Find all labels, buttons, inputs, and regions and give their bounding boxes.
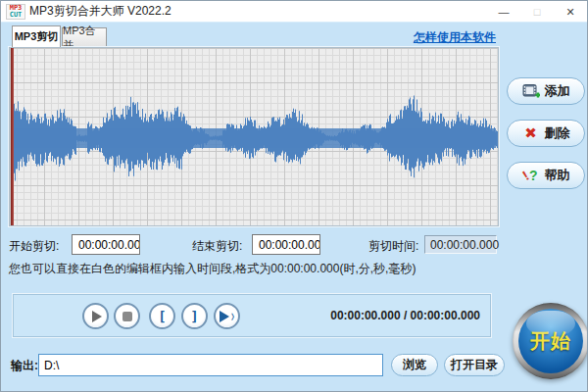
player-bar: [ ] ❭ 00:00:00.000 / 00:00:00.000 — [13, 294, 491, 337]
window-title: MP3剪切合并大师 V2022.2 — [29, 3, 172, 20]
start-cut-label: 开始剪切: — [9, 238, 59, 255]
play-icon — [92, 311, 102, 322]
main-panel: MP3剪切 MP3合并 怎样使用本软件 开始剪切: 结束剪切: 剪切时间: 00… — [1, 23, 587, 391]
stop-icon — [122, 312, 132, 321]
waveform — [10, 48, 498, 225]
window-controls: — □ ✕ — [487, 1, 587, 23]
play-button[interactable] — [82, 303, 109, 329]
bracket-close-icon: ] — [190, 309, 198, 324]
time-format-hint: 您也可以直接在白色的编辑框内输入时间段,格式为00:00:00.000(时,分,… — [9, 261, 416, 277]
bracket-open-icon: [ — [158, 309, 166, 324]
tab-mp3-merge[interactable]: MP3合并 — [62, 27, 107, 47]
start-button-label: 开始 — [530, 328, 571, 355]
minimize-button[interactable]: — — [487, 1, 520, 23]
close-button[interactable]: ✕ — [554, 1, 587, 23]
end-cut-label: 结束剪切: — [192, 238, 242, 255]
start-button[interactable]: 开始 — [513, 303, 588, 379]
app-logo-bottom: CUT — [7, 12, 24, 19]
help-button[interactable]: ! ? 帮助 — [507, 162, 585, 189]
play-selection-button[interactable]: ❭ — [214, 303, 240, 329]
output-label: 输出: — [11, 358, 38, 374]
output-path-input[interactable] — [38, 354, 383, 376]
delete-button-label: 删除 — [545, 124, 570, 142]
help-icon: ! ? — [522, 168, 540, 183]
film-add-icon — [522, 83, 540, 99]
playhead-marker[interactable] — [11, 48, 14, 225]
player-time-display: 00:00:00.000 / 00:00:00.000 — [330, 295, 480, 336]
tab-mp3-cut[interactable]: MP3剪切 — [12, 25, 61, 47]
set-start-button[interactable]: [ — [149, 303, 175, 329]
delete-button[interactable]: ✖ 删除 — [507, 120, 585, 147]
play-selection-icon — [220, 311, 229, 322]
cut-duration-value: 00:00:00.000 — [424, 235, 497, 254]
selection-mark-icon: ❭ — [230, 313, 236, 320]
end-cut-input[interactable] — [252, 234, 320, 255]
open-directory-button[interactable]: 打开目录 — [444, 354, 505, 376]
app-logo-icon: MP3 CUT — [6, 4, 25, 20]
app-window: MP3 CUT MP3剪切合并大师 V2022.2 — □ ✕ MP3剪切 MP… — [0, 0, 588, 392]
start-button-face: 开始 — [518, 309, 583, 373]
set-end-button[interactable]: ] — [181, 303, 208, 329]
maximize-button: □ — [520, 1, 554, 23]
start-cut-input[interactable] — [72, 234, 140, 255]
delete-x-icon: ✖ — [522, 125, 540, 141]
stop-button[interactable] — [114, 303, 140, 329]
help-button-label: 帮助 — [545, 167, 570, 184]
cut-duration-label: 剪切时间: — [368, 238, 418, 255]
browse-button[interactable]: 浏览 — [391, 354, 438, 376]
waveform-panel[interactable] — [9, 47, 499, 226]
title-bar: MP3 CUT MP3剪切合并大师 V2022.2 — □ ✕ — [1, 1, 587, 23]
how-to-use-link[interactable]: 怎样使用本软件 — [414, 29, 496, 46]
add-button-label: 添加 — [545, 82, 570, 100]
add-button[interactable]: 添加 — [507, 77, 585, 105]
